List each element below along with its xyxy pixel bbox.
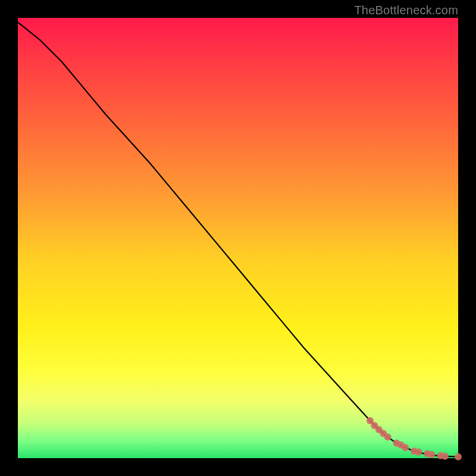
tail-point xyxy=(428,451,436,458)
attribution-label: TheBottleneck.com xyxy=(354,4,458,17)
tail-points-group xyxy=(367,417,462,461)
chart-stage: TheBottleneck.com xyxy=(0,0,476,476)
tail-point xyxy=(415,449,422,456)
bottleneck-curve-path xyxy=(18,22,458,456)
tail-point xyxy=(455,453,462,461)
chart-overlay-svg xyxy=(18,18,458,458)
tail-point xyxy=(384,433,392,440)
tail-point xyxy=(402,444,409,451)
tail-point xyxy=(441,453,449,460)
